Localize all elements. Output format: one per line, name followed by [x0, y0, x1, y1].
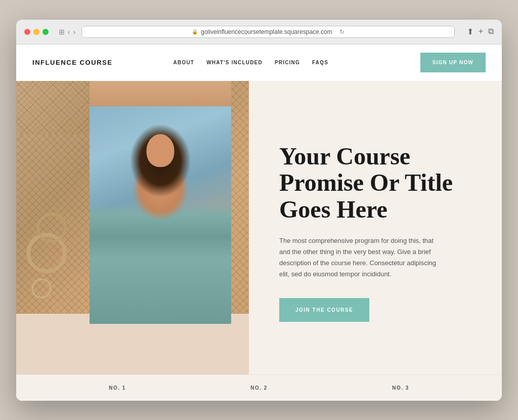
new-tab-icon[interactable]: +	[479, 27, 483, 36]
hero-content: Your Course Promise Or Title Goes Here T…	[249, 81, 502, 374]
sign-up-button[interactable]: SIGN UP NOW	[420, 53, 486, 72]
traffic-light-green[interactable]	[42, 29, 49, 35]
url-text: goliveinfluencecoursetemplate.squarespac…	[201, 28, 332, 35]
site-logo: INFLUENCE COURSE	[32, 59, 113, 66]
website-content: INFLUENCE COURSE ABOUT WHAT'S INCLUDED P…	[16, 45, 502, 401]
traffic-lights	[24, 29, 49, 35]
navigation: INFLUENCE COURSE ABOUT WHAT'S INCLUDED P…	[16, 45, 502, 81]
bottom-numbers: NO. 1 NO. 2 NO. 3	[16, 374, 502, 401]
image-collage	[16, 81, 249, 374]
lock-icon: 🔒	[192, 29, 198, 34]
sidebar-toggle-icon[interactable]: ⊞	[59, 28, 65, 36]
browser-chrome: ⊞ ‹ › 🔒 goliveinfluencecoursetemplate.sq…	[16, 20, 502, 45]
nav-link-faqs[interactable]: FAQS	[312, 60, 328, 65]
reload-icon[interactable]: ↻	[339, 28, 344, 35]
nav-links: ABOUT WHAT'S INCLUDED PRICING FAQS	[174, 60, 420, 65]
share-icon[interactable]: ⬆	[467, 27, 473, 36]
join-course-button[interactable]: JOIN THE COURSE	[279, 298, 369, 322]
number-1: NO. 1	[109, 385, 126, 391]
window-controls: ⊞ ‹ ›	[59, 28, 75, 36]
number-2: NO. 2	[250, 385, 268, 391]
hero-section: Your Course Promise Or Title Goes Here T…	[16, 81, 502, 374]
nav-link-whats-included[interactable]: WHAT'S INCLUDED	[206, 60, 263, 65]
browser-actions: ⬆ + ⧉	[467, 27, 494, 36]
hero-title: Your Course Promise Or Title Goes Here	[279, 143, 471, 223]
traffic-light-yellow[interactable]	[33, 29, 39, 35]
nav-link-about[interactable]: ABOUT	[174, 60, 195, 65]
jewelry-circle-3	[31, 278, 52, 299]
back-icon[interactable]: ‹	[68, 28, 70, 36]
forward-icon[interactable]: ›	[73, 28, 76, 36]
tabs-icon[interactable]: ⧉	[488, 27, 494, 36]
hero-description: The most comprehensive program for doing…	[279, 235, 441, 280]
person-photo	[90, 106, 231, 324]
number-3: NO. 3	[392, 385, 409, 391]
browser-window: ⊞ ‹ › 🔒 goliveinfluencecoursetemplate.sq…	[16, 20, 502, 401]
nav-link-pricing[interactable]: PRICING	[275, 60, 300, 65]
accent-top-image	[16, 81, 90, 134]
jewelry-circle-2	[36, 213, 67, 243]
traffic-light-red[interactable]	[24, 29, 30, 35]
address-bar[interactable]: 🔒 goliveinfluencecoursetemplate.squaresp…	[81, 26, 454, 38]
